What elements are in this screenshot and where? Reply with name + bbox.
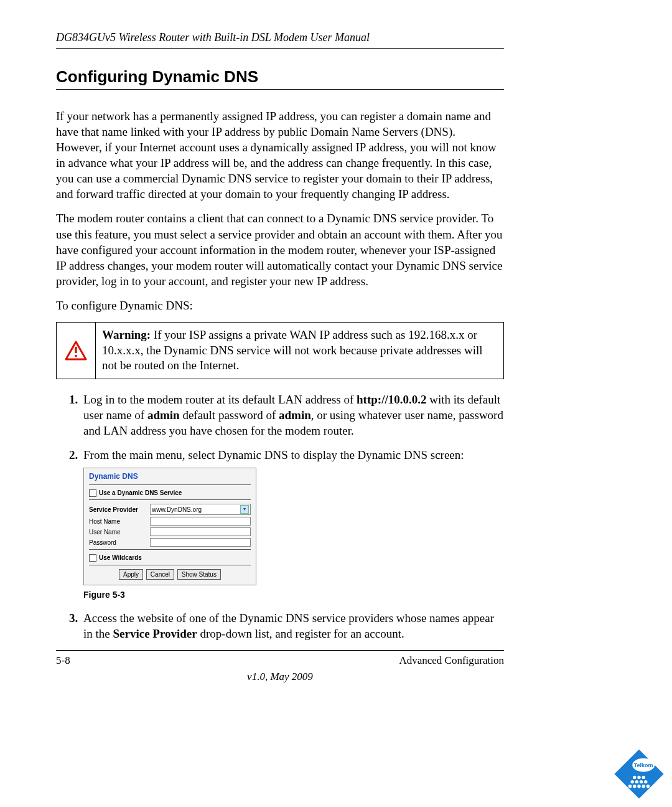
page-number: 5-8 (56, 654, 70, 667)
running-header: DG834GUv5 Wireless Router with Built-in … (56, 31, 504, 49)
show-status-button[interactable]: Show Status (177, 569, 221, 580)
step-3-bold: Service Provider (113, 627, 197, 640)
steps-list: Log in to the modem router at its defaul… (56, 392, 504, 641)
host-name-label: Host Name (89, 517, 150, 526)
use-wildcards-checkbox[interactable] (89, 554, 96, 562)
step-1-text-c: default password of (180, 408, 279, 422)
step-1-admin1: admin (147, 408, 180, 422)
use-dns-checkbox[interactable] (89, 489, 96, 497)
step-1-url: http://10.0.0.2 (357, 393, 426, 406)
figure-caption: Figure 5-3 (83, 589, 504, 600)
cancel-button[interactable]: Cancel (146, 569, 174, 580)
host-name-input[interactable] (150, 517, 251, 526)
service-provider-value: www.DynDNS.org (152, 506, 202, 514)
svg-rect-1 (75, 347, 77, 353)
svg-rect-2 (75, 355, 77, 357)
dynamic-dns-screenshot: Dynamic DNS Use a Dynamic DNS Service Se… (83, 468, 256, 585)
step-1-admin2: admin (279, 408, 311, 422)
intro-paragraph-3: To configure Dynamic DNS: (56, 298, 504, 313)
intro-paragraph-1: If your network has a permanently assign… (56, 108, 504, 202)
step-3: Access the website of one of the Dynamic… (81, 610, 504, 641)
step-2: From the main menu, select Dynamic DNS t… (81, 447, 504, 600)
warning-icon-cell (57, 323, 96, 379)
warning-text: Warning: If your ISP assigns a private W… (96, 323, 503, 379)
user-name-input[interactable] (150, 527, 251, 536)
password-label: Password (89, 539, 150, 547)
step-1: Log in to the modem router at its defaul… (81, 392, 504, 438)
warning-icon (65, 341, 87, 361)
use-dns-label: Use a Dynamic DNS Service (99, 489, 182, 497)
footer-section: Advanced Configuration (399, 654, 504, 667)
warning-box: Warning: If your ISP assigns a private W… (56, 322, 504, 379)
page-footer: 5-8 Advanced Configuration v1.0, May 200… (56, 650, 504, 683)
footer-version: v1.0, May 2009 (56, 671, 504, 683)
intro-paragraph-2: The modem router contains a client that … (56, 210, 504, 288)
service-provider-select[interactable]: www.DynDNS.org ▾ (150, 504, 251, 515)
warning-label: Warning: (102, 328, 151, 341)
service-provider-label: Service Provider (89, 506, 150, 514)
warning-body: If your ISP assigns a private WAN IP add… (102, 328, 483, 372)
step-3-text-b: drop-down list, and register for an acco… (197, 627, 404, 640)
chevron-down-icon: ▾ (240, 505, 249, 514)
shot-title: Dynamic DNS (89, 472, 251, 482)
apply-button[interactable]: Apply (119, 569, 143, 580)
user-name-label: User Name (89, 528, 150, 536)
page-title: Configuring Dynamic DNS (56, 67, 504, 90)
step-2-text: From the main menu, select Dynamic DNS t… (83, 448, 464, 461)
password-input[interactable] (150, 538, 251, 547)
use-wildcards-label: Use Wildcards (99, 554, 142, 562)
step-1-text-a: Log in to the modem router at its defaul… (83, 393, 357, 406)
